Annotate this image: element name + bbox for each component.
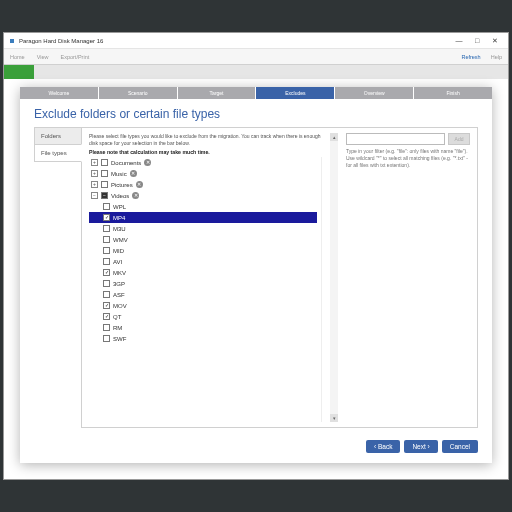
- filetype-label: WPL: [113, 204, 126, 210]
- remove-icon[interactable]: ✕: [130, 170, 137, 177]
- filter-hint: Type in your filter (e.g. "file": only f…: [346, 148, 470, 168]
- filetype-avi[interactable]: AVI: [89, 256, 317, 267]
- background-strip: [4, 65, 508, 79]
- window-title: Paragon Hard Disk Manager 16: [19, 38, 103, 44]
- checkbox[interactable]: [103, 291, 110, 298]
- filetype-m3u[interactable]: M3U: [89, 223, 317, 234]
- filetype-label: RM: [113, 325, 122, 331]
- expand-icon[interactable]: +: [91, 170, 98, 177]
- filetype-label: MP4: [113, 215, 125, 221]
- checkbox[interactable]: [103, 247, 110, 254]
- remove-icon[interactable]: ✕: [144, 159, 151, 166]
- checkbox[interactable]: [103, 269, 110, 276]
- remove-icon[interactable]: ✕: [132, 192, 139, 199]
- filetype-wpl[interactable]: WPL: [89, 201, 317, 212]
- filetype-label: MOV: [113, 303, 127, 309]
- filetype-label: AVI: [113, 259, 122, 265]
- add-filter-button[interactable]: Add: [448, 133, 470, 145]
- checkbox[interactable]: [103, 236, 110, 243]
- back-button[interactable]: ‹ Back: [366, 440, 400, 453]
- next-button[interactable]: Next ›: [404, 440, 437, 453]
- side-tabs: Folders File types: [34, 127, 82, 428]
- category-music[interactable]: +Music✕: [89, 168, 317, 179]
- step-target[interactable]: Target: [178, 87, 256, 99]
- cancel-button[interactable]: Cancel: [442, 440, 478, 453]
- checkbox[interactable]: [103, 335, 110, 342]
- app-window: Paragon Hard Disk Manager 16 — □ ✕ Home …: [3, 32, 509, 480]
- checkbox[interactable]: [103, 313, 110, 320]
- filetype-label: SWF: [113, 336, 126, 342]
- ribbon-export[interactable]: Export/Print: [61, 54, 90, 60]
- step-welcome[interactable]: Welcome: [20, 87, 98, 99]
- wizard-steps: WelcomeScenarioTargetExcludesOverviewFin…: [20, 87, 492, 99]
- filetype-mid[interactable]: MID: [89, 245, 317, 256]
- app-icon: [8, 37, 16, 45]
- checkbox[interactable]: [103, 214, 110, 221]
- filetype-mov[interactable]: MOV: [89, 300, 317, 311]
- filetype-label: MID: [113, 248, 124, 254]
- ribbon-refresh[interactable]: Refresh: [461, 54, 480, 60]
- ribbon: Home View Export/Print Refresh Help: [4, 49, 508, 65]
- content-panel: Please select file types you would like …: [81, 127, 478, 428]
- filetype-label: MKV: [113, 270, 126, 276]
- filetype-mkv[interactable]: MKV: [89, 267, 317, 278]
- scroll-up-icon[interactable]: ▴: [330, 133, 338, 141]
- expand-icon[interactable]: +: [91, 159, 98, 166]
- minimize-button[interactable]: —: [450, 37, 468, 44]
- filetype-rm[interactable]: RM: [89, 322, 317, 333]
- checkbox[interactable]: [103, 225, 110, 232]
- checkbox[interactable]: [103, 258, 110, 265]
- wizard-dialog: WelcomeScenarioTargetExcludesOverviewFin…: [20, 87, 492, 463]
- tab-file-types[interactable]: File types: [34, 144, 82, 162]
- ribbon-help[interactable]: Help: [491, 54, 502, 60]
- checkbox[interactable]: [101, 181, 108, 188]
- remove-icon[interactable]: ✕: [136, 181, 143, 188]
- checkbox[interactable]: [103, 203, 110, 210]
- tab-folders[interactable]: Folders: [34, 127, 82, 145]
- collapse-icon[interactable]: −: [91, 192, 98, 199]
- category-label: Music: [111, 171, 127, 177]
- wizard-footer: ‹ Back Next › Cancel: [20, 434, 492, 463]
- filetype-label: M3U: [113, 226, 126, 232]
- ribbon-home[interactable]: Home: [10, 54, 25, 60]
- filetype-label: WMV: [113, 237, 128, 243]
- filter-input[interactable]: [346, 133, 445, 145]
- checkbox[interactable]: [101, 192, 108, 199]
- category-documents[interactable]: +Documents✕: [89, 157, 317, 168]
- step-scenario[interactable]: Scenario: [99, 87, 177, 99]
- filetype-3gp[interactable]: 3GP: [89, 278, 317, 289]
- expand-icon[interactable]: +: [91, 181, 98, 188]
- category-label: Documents: [111, 160, 141, 166]
- tree-scrollbar[interactable]: ▴ ▾: [330, 133, 338, 422]
- instruction-text: Please select file types you would like …: [89, 133, 322, 146]
- scroll-down-icon[interactable]: ▾: [330, 414, 338, 422]
- filetype-label: ASF: [113, 292, 125, 298]
- ribbon-view[interactable]: View: [37, 54, 49, 60]
- step-overview[interactable]: Overview: [335, 87, 413, 99]
- filetype-swf[interactable]: SWF: [89, 333, 317, 344]
- step-excludes[interactable]: Excludes: [256, 87, 334, 99]
- checkbox[interactable]: [101, 159, 108, 166]
- close-button[interactable]: ✕: [486, 37, 504, 45]
- filetype-qt[interactable]: QT: [89, 311, 317, 322]
- checkbox[interactable]: [103, 280, 110, 287]
- checkbox[interactable]: [103, 302, 110, 309]
- step-finish[interactable]: Finish: [414, 87, 492, 99]
- checkbox[interactable]: [103, 324, 110, 331]
- category-pictures[interactable]: +Pictures✕: [89, 179, 317, 190]
- maximize-button[interactable]: □: [468, 37, 486, 44]
- filetype-mp4[interactable]: MP4: [89, 212, 317, 223]
- filetype-asf[interactable]: ASF: [89, 289, 317, 300]
- file-type-tree: +Documents✕+Music✕+Pictures✕−Videos✕WPLM…: [89, 157, 322, 422]
- titlebar: Paragon Hard Disk Manager 16 — □ ✕: [4, 33, 508, 49]
- filetype-label: 3GP: [113, 281, 125, 287]
- filetype-wmv[interactable]: WMV: [89, 234, 317, 245]
- note-text: Please note that calculation may take mu…: [89, 149, 322, 155]
- category-label: Videos: [111, 193, 129, 199]
- page-heading: Exclude folders or certain file types: [20, 99, 492, 127]
- category-videos[interactable]: −Videos✕: [89, 190, 317, 201]
- filetype-label: QT: [113, 314, 121, 320]
- checkbox[interactable]: [101, 170, 108, 177]
- category-label: Pictures: [111, 182, 133, 188]
